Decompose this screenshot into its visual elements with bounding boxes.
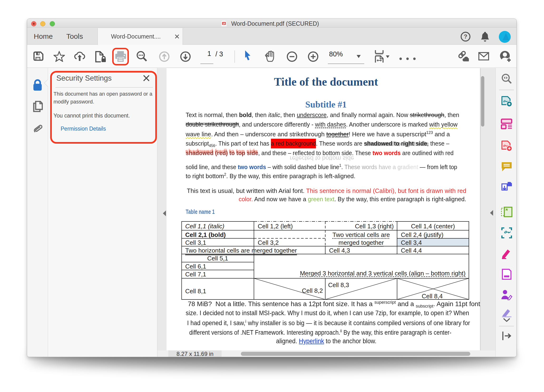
svg-text:?: ? — [464, 33, 467, 40]
